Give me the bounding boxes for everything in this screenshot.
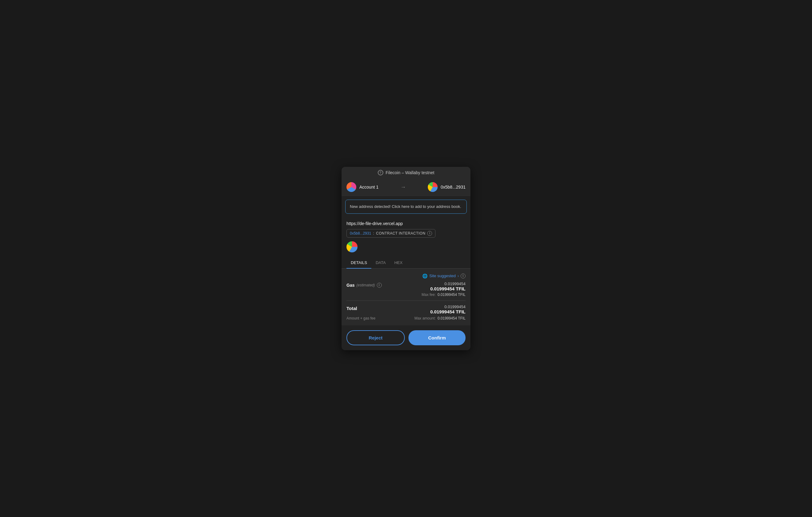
- buttons-row: Reject Confirm: [342, 325, 470, 350]
- tab-hex[interactable]: HEX: [390, 257, 407, 269]
- total-amount-main: 0.01999454 TFIL: [430, 309, 466, 314]
- total-row: Total 0.01999454 0.01999454 TFIL: [346, 304, 466, 314]
- wallet-popup: ? Filecoin – Wallaby testnet Account 1 →…: [342, 167, 470, 350]
- gas-amount-main: 0.01999454 TFIL: [422, 286, 466, 291]
- tabs: DETAILS DATA HEX: [342, 257, 470, 269]
- max-amount-value: 0.01999454 TFIL: [438, 316, 466, 321]
- contract-label: :: [373, 231, 374, 236]
- site-section: https://de-file-drive.vercel.app 0x5b8..…: [342, 217, 470, 257]
- amount-gasfee-row: Amount + gas fee Max amount: 0.01999454 …: [346, 316, 466, 321]
- network-icon: ?: [378, 170, 383, 175]
- account-right: 0x5b8...2931: [428, 182, 466, 192]
- contract-address: 0x5b8...2931: [350, 231, 371, 236]
- total-values: 0.01999454 0.01999454 TFIL: [430, 304, 466, 314]
- globe-icon: 🌐: [422, 274, 428, 278]
- network-name: Filecoin – Wallaby testnet: [386, 170, 435, 175]
- gas-maxfee-label: Max fee:: [422, 293, 436, 297]
- avatar-from: [346, 182, 356, 192]
- gas-label: Gas (estimated) i: [346, 281, 382, 287]
- details-panel: 🌐 Site suggested › i Gas (estimated) i 0…: [342, 269, 470, 325]
- account-left: Account 1: [346, 182, 378, 192]
- site-suggested-text: Site suggested: [429, 274, 456, 278]
- site-suggested-info-icon[interactable]: i: [461, 274, 466, 278]
- chevron-right-icon: ›: [458, 274, 459, 278]
- contract-badge: 0x5b8...2931 : CONTRACT INTERACTION i: [346, 229, 435, 238]
- contract-info-icon[interactable]: i: [427, 231, 432, 236]
- notice-banner[interactable]: New address detected! Click here to add …: [345, 200, 467, 214]
- amount-gasfee-label: Amount + gas fee: [346, 316, 375, 321]
- arrow-right-icon: →: [401, 184, 406, 190]
- tab-data[interactable]: DATA: [371, 257, 390, 269]
- contract-interaction-label: CONTRACT INTERACTION: [376, 231, 425, 236]
- reject-button[interactable]: Reject: [346, 330, 405, 345]
- notice-text: New address detected! Click here to add …: [350, 204, 461, 209]
- account-name: Account 1: [359, 185, 378, 189]
- network-bar: ? Filecoin – Wallaby testnet: [342, 167, 470, 179]
- avatar-to: [428, 182, 438, 192]
- gas-row: Gas (estimated) i 0.01999454 0.01999454 …: [346, 281, 466, 297]
- gas-maxfee-row: Max fee: 0.01999454 TFIL: [422, 293, 466, 297]
- to-address: 0x5b8...2931: [441, 185, 466, 189]
- tab-details[interactable]: DETAILS: [346, 257, 371, 269]
- gas-info-icon[interactable]: i: [377, 283, 382, 287]
- total-label: Total: [346, 304, 357, 311]
- gas-maxfee-value: 0.01999454 TFIL: [438, 293, 466, 297]
- gas-estimated-label: (estimated): [356, 283, 375, 287]
- max-amount-label: Max amount:: [414, 316, 435, 321]
- site-suggested-row: 🌐 Site suggested › i: [346, 274, 466, 278]
- confirm-button[interactable]: Confirm: [408, 330, 466, 345]
- gas-label-text: Gas: [346, 283, 354, 287]
- gas-values: 0.01999454 0.01999454 TFIL Max fee: 0.01…: [422, 281, 466, 297]
- gas-amount-small: 0.01999454: [422, 281, 466, 286]
- token-avatar: [346, 241, 357, 252]
- max-amount-row: Max amount: 0.01999454 TFIL: [414, 316, 466, 321]
- total-amount-small: 0.01999454: [430, 304, 466, 309]
- account-row: Account 1 → 0x5b8...2931: [342, 179, 470, 196]
- divider: [346, 301, 466, 301]
- site-url: https://de-file-drive.vercel.app: [346, 221, 466, 226]
